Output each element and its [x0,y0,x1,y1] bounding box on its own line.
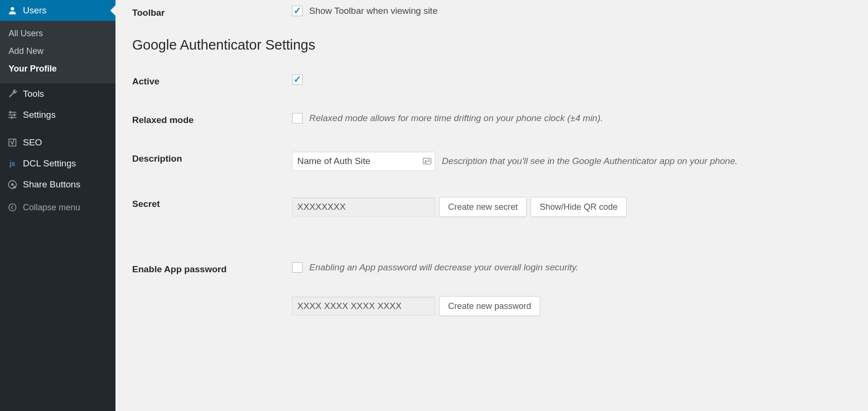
section-title-ga: Google Authenticator Settings [132,37,854,53]
checkbox-relaxed[interactable] [292,113,303,123]
svg-rect-5 [14,113,15,116]
checkbox-enable-app[interactable] [292,262,303,273]
sidebar-item-share[interactable]: Share Buttons [0,174,115,195]
sidebar-label-share: Share Buttons [23,179,80,190]
admin-sidebar: Users All Users Add New Your Profile Too… [0,0,115,411]
main-content: Toolbar Show Toolbar when viewing site G… [115,0,868,411]
label-enable-app: Enable App password [132,262,292,275]
yoast-icon [7,137,18,148]
input-app-password[interactable] [292,297,435,316]
sidebar-item-tools[interactable]: Tools [0,83,115,104]
svg-rect-6 [11,116,12,119]
checkbox-toolbar[interactable] [292,6,303,16]
svg-rect-1 [9,112,17,113]
share-icon [7,179,18,190]
sidebar-item-users[interactable]: Users [0,0,115,21]
row-toolbar: Toolbar Show Toolbar when viewing site [132,6,854,18]
id-card-icon [423,158,431,164]
svg-point-0 [10,7,14,10]
sidebar-label-tools: Tools [23,89,44,99]
desc-enable-app: Enabling an App password will decrease y… [309,262,578,273]
label-secret: Secret [132,197,292,209]
sidebar-collapse[interactable]: Collapse menu [0,195,115,218]
sidebar-item-settings[interactable]: Settings [0,104,115,125]
checkbox-label-toolbar: Show Toolbar when viewing site [309,6,438,16]
label-description: Description [132,152,292,164]
checkbox-active[interactable] [292,74,303,85]
svg-rect-13 [428,160,430,161]
row-secret: Secret Create new secret Show/Hide QR co… [132,197,854,217]
label-app-password-empty [132,296,292,298]
sidebar-label-collapse: Collapse menu [23,203,80,213]
users-submenu: All Users Add New Your Profile [0,21,115,83]
svg-point-8 [11,183,14,186]
btn-show-qr[interactable]: Show/Hide QR code [531,197,627,217]
svg-point-9 [13,186,16,189]
input-secret[interactable] [292,197,435,216]
row-description: Description Description that you'll see … [132,152,854,171]
row-relaxed: Relaxed mode Relaxed mode allows for mor… [132,113,854,125]
svg-rect-14 [428,161,430,162]
sidebar-label-users: Users [23,5,47,16]
label-toolbar: Toolbar [132,6,292,18]
js-icon: js [7,158,18,169]
sidebar-item-dcl[interactable]: js DCL Settings [0,153,115,174]
submenu-all-users[interactable]: All Users [0,25,115,42]
btn-create-secret[interactable]: Create new secret [439,197,527,217]
row-active: Active [132,74,854,87]
sidebar-label-settings: Settings [23,110,56,120]
wrench-icon [7,88,18,100]
svg-point-12 [425,160,427,162]
submenu-add-new[interactable]: Add New [0,42,115,60]
sidebar-label-seo: SEO [23,137,42,148]
btn-create-password[interactable]: Create new password [439,296,540,316]
label-active: Active [132,74,292,87]
input-description[interactable] [292,152,435,171]
desc-relaxed: Relaxed mode allows for more time drifti… [309,113,603,123]
svg-rect-2 [9,114,17,115]
row-enable-app: Enable App password Enabling an App pass… [132,262,854,275]
sidebar-item-seo[interactable]: SEO [0,132,115,153]
label-relaxed: Relaxed mode [132,113,292,125]
svg-point-10 [9,204,16,211]
sliders-icon [7,109,18,121]
submenu-your-profile[interactable]: Your Profile [0,60,115,78]
desc-description: Description that you'll see in the Googl… [442,156,738,166]
user-icon [7,5,18,16]
collapse-icon [7,202,18,213]
svg-rect-4 [10,111,11,114]
row-app-password: Create new password [132,296,854,316]
sidebar-label-dcl: DCL Settings [23,158,76,169]
